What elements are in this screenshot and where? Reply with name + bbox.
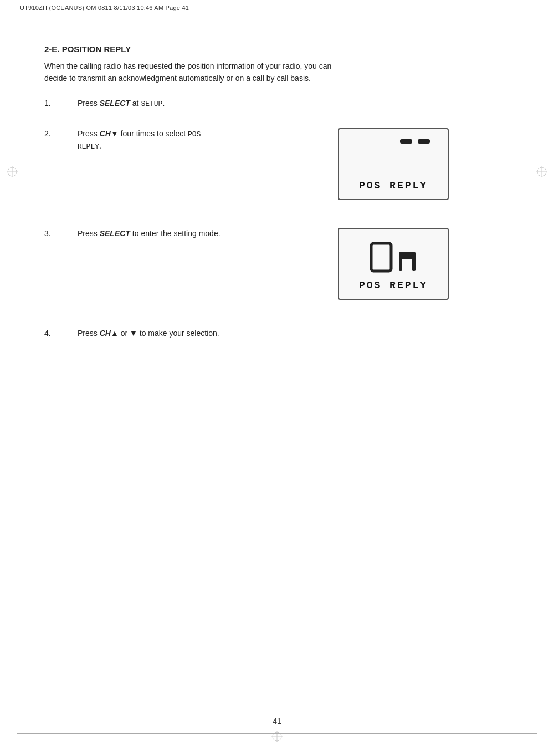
- step-2-content: Press CH▼ four times to select POSREPLY.: [78, 129, 201, 150]
- reg-mark-right-mid: [536, 166, 547, 177]
- lcd-display-1: POS REPLY: [338, 128, 449, 200]
- svg-rect-12: [412, 252, 416, 271]
- main-content: 2-E. POSITION REPLY When the calling rad…: [44, 44, 510, 357]
- svg-rect-13: [399, 256, 416, 259]
- lcd-1-dash-2: [418, 139, 430, 144]
- step-3-text: Press SELECT to enter the setting mode.: [78, 228, 321, 240]
- lcd-display-2: POS REPLY: [338, 228, 449, 300]
- step-2-pos-reply-mono: POSREPLY: [78, 130, 201, 151]
- lcd-2-char-n: [397, 241, 418, 273]
- lcd-2-on-display: [369, 241, 418, 273]
- step-1-setup-mono: SETUP: [141, 100, 162, 108]
- lcd-1-dash-indicators: [400, 139, 430, 144]
- lcd-1-bottom-text: POS REPLY: [359, 180, 428, 191]
- step-4-content: Press CH▲ or ▼ to make your selection.: [78, 329, 219, 338]
- lcd-2-bottom-text: POS REPLY: [359, 280, 428, 291]
- reg-mark-left-mid: [7, 166, 18, 177]
- step-1-text: Press SELECT at SETUP.: [78, 98, 321, 110]
- lcd-1-dash-1: [400, 139, 412, 144]
- lcd-2-char-O: [369, 241, 393, 273]
- page-header: UT910ZH (OCEANUS) OM 0811 8/11/03 10:46 …: [0, 0, 554, 16]
- step-3-select-keyword: SELECT: [100, 229, 130, 238]
- step-1-content: Press SELECT at SETUP.: [78, 99, 165, 108]
- step-3: 3. Press SELECT to enter the setting mod…: [44, 228, 510, 300]
- step-4: 4. Press CH▲ or ▼ to make your selection…: [44, 328, 510, 340]
- section-title: 2-E. POSITION REPLY: [44, 44, 510, 54]
- step-1: 1. Press SELECT at SETUP.: [44, 98, 510, 110]
- page-border-left: [17, 16, 17, 734]
- header-text: UT910ZH (OCEANUS) OM 0811 8/11/03 10:46 …: [20, 4, 189, 11]
- step-4-number: 4.: [44, 328, 78, 338]
- page-number: 41: [273, 717, 281, 726]
- step-4-ch-keyword: CH: [100, 329, 111, 338]
- svg-rect-9: [371, 243, 391, 271]
- step-4-text: Press CH▲ or ▼ to make your selection.: [78, 328, 321, 340]
- page-border-right: [537, 16, 537, 734]
- step-1-select-keyword: SELECT: [100, 99, 130, 108]
- page-border-top: [17, 16, 537, 16]
- step-3-number: 3.: [44, 228, 78, 238]
- step-2: 2. Press CH▼ four times to select POSREP…: [44, 128, 510, 200]
- step-2-ch-keyword: CH: [100, 129, 111, 138]
- step-3-content: Press SELECT to enter the setting mode.: [78, 229, 220, 238]
- step-2-text: Press CH▼ four times to select POSREPLY.: [78, 128, 321, 152]
- intro-text: When the calling radio has requested the…: [44, 60, 332, 84]
- step-2-number: 2.: [44, 128, 78, 138]
- step-1-number: 1.: [44, 98, 78, 108]
- steps-container: 1. Press SELECT at SETUP. 2. Press CH▼ f…: [44, 98, 510, 339]
- page-border-bottom: [17, 733, 537, 734]
